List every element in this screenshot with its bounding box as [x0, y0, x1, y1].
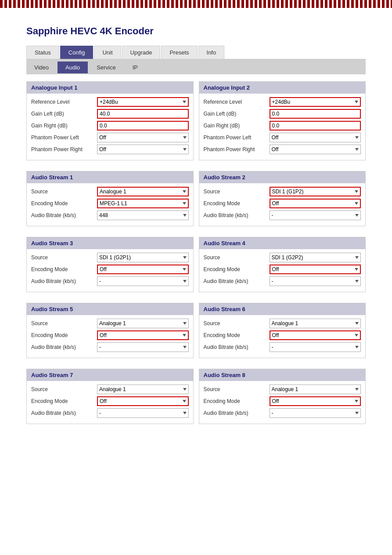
row-phantom-right-2: Phantom Power Right Off [204, 145, 361, 154]
tab-upgrade[interactable]: Upgrade [122, 46, 161, 59]
tab-service[interactable]: Service [89, 62, 123, 73]
panel-audio-stream-6-body: Source Analogue 1 Encoding Mode Off Audi… [199, 315, 366, 358]
label-encoding-as8: Encoding Mode [204, 398, 270, 404]
select-source-as4[interactable]: SDI 1 (G2P2) [270, 253, 361, 262]
panel-audio-stream-8: Audio Stream 8 Source Analogue 1 Encodin… [199, 369, 366, 424]
row-encoding-as6: Encoding Mode Off [204, 330, 361, 340]
label-bitrate-as3: Audio Bitrate (kb/s) [31, 278, 97, 284]
row-source-as4: Source SDI 1 (G2P2) [204, 253, 361, 262]
primary-tabs: Status Config Unit Upgrade Presets Info [26, 46, 366, 60]
select-source-as2[interactable]: SDI 1 (G1P2) [270, 187, 361, 196]
panels-grid: Analogue Input 1 Reference Level +24dBu … [26, 81, 366, 429]
row-source-as8: Source Analogue 1 [204, 385, 361, 394]
label-encoding-as5: Encoding Mode [31, 332, 97, 338]
select-bitrate-as4[interactable]: - [270, 276, 361, 286]
select-bitrate-as3[interactable]: - [97, 276, 189, 286]
select-encoding-as2[interactable]: Off [270, 199, 361, 208]
row-phantom-right-1: Phantom Power Right Off [31, 145, 189, 154]
tab-audio[interactable]: Audio [58, 62, 88, 73]
panel-audio-stream-2: Audio Stream 2 Source SDI 1 (G1P2) Encod… [199, 171, 366, 226]
row-phantom-left-1: Phantom Power Left Off [31, 133, 189, 142]
input-gain-right-1[interactable] [97, 121, 189, 131]
panel-audio-stream-7: Audio Stream 7 Source Analogue 1 Encodin… [26, 369, 194, 424]
row-source-as7: Source Analogue 1 [31, 385, 189, 394]
select-encoding-as7[interactable]: Off [97, 396, 189, 406]
row-encoding-as8: Encoding Mode Off [204, 396, 361, 406]
tab-info[interactable]: Info [198, 46, 225, 59]
label-source-as6: Source [204, 320, 270, 326]
select-bitrate-as1[interactable]: 448 [97, 210, 189, 220]
secondary-tabs: Video Audio Service IP [26, 60, 366, 74]
row-source-as3: Source SDI 1 (G2P1) [31, 253, 189, 262]
tab-status[interactable]: Status [26, 46, 59, 59]
label-encoding-as4: Encoding Mode [204, 266, 270, 272]
select-phantom-left-1[interactable]: Off [97, 133, 189, 142]
label-encoding-as6: Encoding Mode [204, 332, 270, 338]
panel-audio-stream-3-header: Audio Stream 3 [27, 237, 193, 249]
label-bitrate-as4: Audio Bitrate (kb/s) [204, 278, 270, 284]
select-bitrate-as5[interactable]: - [97, 342, 189, 352]
label-source-as8: Source [204, 386, 270, 392]
panel-audio-stream-5-body: Source Analogue 1 Encoding Mode Off Audi… [27, 315, 193, 358]
panel-audio-stream-5: Audio Stream 5 Source Analogue 1 Encodin… [26, 303, 194, 358]
label-encoding-as2: Encoding Mode [204, 200, 270, 207]
tab-presets[interactable]: Presets [161, 46, 197, 59]
input-gain-right-2[interactable] [270, 121, 361, 131]
select-encoding-as1[interactable]: MPEG-1 L1 [97, 199, 189, 208]
tab-video[interactable]: Video [26, 62, 57, 73]
panel-audio-stream-1-body: Source Analogue 1 Encoding Mode MPEG-1 L… [27, 183, 193, 226]
row-source-as5: Source Analogue 1 [31, 319, 189, 328]
label-source-as1: Source [31, 189, 97, 195]
label-gain-left-1: Gain Left (dB) [31, 111, 97, 117]
panel-audio-stream-6: Audio Stream 6 Source Analogue 1 Encodin… [199, 303, 366, 358]
label-bitrate-as2: Audio Bitrate (kb/s) [204, 212, 270, 218]
page-container: Sapphire HEVC 4K Encoder Status Config U… [0, 8, 392, 447]
select-phantom-right-2[interactable]: Off [270, 145, 361, 154]
select-bitrate-as6[interactable]: - [270, 342, 361, 352]
label-encoding-as1: Encoding Mode [31, 200, 97, 207]
select-source-as6[interactable]: Analogue 1 [270, 319, 361, 328]
label-ref-level-2: Reference Level [204, 99, 270, 105]
row-encoding-as7: Encoding Mode Off [31, 396, 189, 406]
tab-config[interactable]: Config [60, 46, 94, 59]
select-source-as5[interactable]: Analogue 1 [97, 319, 189, 328]
select-source-as7[interactable]: Analogue 1 [97, 385, 189, 394]
panel-audio-stream-7-header: Audio Stream 7 [27, 369, 193, 381]
tab-unit[interactable]: Unit [94, 46, 121, 59]
row-encoding-as2: Encoding Mode Off [204, 199, 361, 208]
input-gain-left-2[interactable] [270, 109, 361, 119]
panel-audio-stream-8-header: Audio Stream 8 [199, 369, 366, 381]
row-bitrate-as4: Audio Bitrate (kb/s) - [204, 276, 361, 286]
select-bitrate-as8[interactable]: - [270, 408, 361, 418]
select-encoding-as8[interactable]: Off [270, 396, 361, 406]
row-source-as6: Source Analogue 1 [204, 319, 361, 328]
input-gain-left-1[interactable] [97, 109, 189, 119]
select-source-as3[interactable]: SDI 1 (G2P1) [97, 253, 189, 262]
label-phantom-left-2: Phantom Power Left [204, 134, 270, 141]
select-source-as8[interactable]: Analogue 1 [270, 385, 361, 394]
select-bitrate-as2[interactable]: - [270, 210, 361, 220]
select-encoding-as5[interactable]: Off [97, 330, 189, 340]
panel-analogue-input-2-header: Analogue Input 2 [199, 82, 366, 94]
tab-ip[interactable]: IP [125, 62, 146, 73]
panel-audio-stream-3: Audio Stream 3 Source SDI 1 (G2P1) Encod… [26, 237, 194, 292]
select-ref-level-1[interactable]: +24dBu [97, 97, 189, 107]
label-bitrate-as8: Audio Bitrate (kb/s) [204, 410, 270, 416]
select-encoding-as4[interactable]: Off [270, 265, 361, 274]
select-source-as1[interactable]: Analogue 1 [97, 187, 189, 196]
select-encoding-as6[interactable]: Off [270, 330, 361, 340]
select-encoding-as3[interactable]: Off [97, 265, 189, 274]
row-ref-level-1: Reference Level +24dBu [31, 97, 189, 107]
panel-analogue-input-2: Analogue Input 2 Reference Level +24dBu … [199, 81, 366, 160]
select-ref-level-2[interactable]: +24dBu [270, 97, 361, 107]
row-gain-right-1: Gain Right (dB) [31, 121, 189, 131]
select-phantom-right-1[interactable]: Off [97, 145, 189, 154]
select-phantom-left-2[interactable]: Off [270, 133, 361, 142]
panel-audio-stream-1: Audio Stream 1 Source Analogue 1 Encodin… [26, 171, 194, 226]
row-bitrate-as5: Audio Bitrate (kb/s) - [31, 342, 189, 352]
select-bitrate-as7[interactable]: - [97, 408, 189, 418]
label-bitrate-as5: Audio Bitrate (kb/s) [31, 344, 97, 350]
panel-analogue-input-2-body: Reference Level +24dBu Gain Left (dB) Ga… [199, 94, 366, 160]
row-bitrate-as3: Audio Bitrate (kb/s) - [31, 276, 189, 286]
row-source-as1: Source Analogue 1 [31, 187, 189, 196]
